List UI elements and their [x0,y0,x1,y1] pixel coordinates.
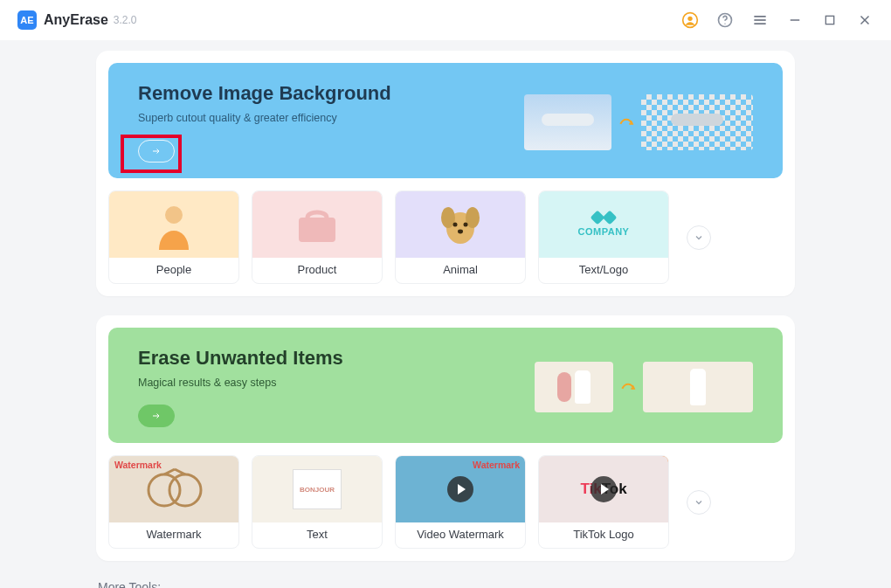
titlebar: AE AnyErase 3.2.0 [0,0,891,40]
svg-point-12 [165,206,183,224]
category-tiktok[interactable]: HOT! TikTok TikTok Logo [538,455,669,549]
erase-category-row: Watermark Watermark BONJOUR Text Waterma… [108,455,783,549]
svg-rect-8 [825,16,833,24]
erase-panel: Erase Unwanted Items Magical results & e… [96,315,795,561]
product-icon [252,191,382,258]
app-logo: AE [17,10,37,30]
category-text[interactable]: BONJOUR Text [252,455,383,549]
logo-icon: COMPANY [539,191,668,258]
banner-title: Remove Image Background [138,82,391,105]
svg-point-3 [724,24,725,24]
category-video-watermark[interactable]: Watermark Video Watermark [395,455,526,549]
app-name: AnyErase [44,12,108,28]
category-watermark[interactable]: Watermark Watermark [108,455,239,549]
remove-background-banner[interactable]: Remove Image Background Superb cutout qu… [108,63,783,178]
watermark-overlay-text: Watermark [114,460,162,470]
erase-go-button[interactable] [138,405,175,427]
banner-preview [535,347,753,427]
erase-banner[interactable]: Erase Unwanted Items Magical results & e… [108,328,783,443]
bg-category-row: People Product Animal COMPANY Text/Lo [108,190,783,284]
app-version: 3.2.0 [114,14,137,26]
tote-text: BONJOUR [293,469,342,509]
menu-icon[interactable] [751,11,769,29]
remove-background-panel: Remove Image Background Superb cutout qu… [96,51,795,296]
video-preview: Watermark [396,456,525,522]
banner-preview [524,82,753,163]
svg-line-23 [164,469,175,474]
svg-point-22 [169,474,201,506]
minimize-icon[interactable] [786,11,804,29]
account-icon[interactable] [681,11,699,29]
card-label: Watermark [109,522,238,548]
card-label: Video Watermark [396,522,525,548]
card-label: TikTok Logo [539,522,668,548]
svg-point-17 [453,223,458,227]
svg-point-19 [458,230,463,234]
watermark-overlay-text: Watermark [473,460,520,470]
animal-icon [396,191,525,258]
watermark-preview: Watermark [109,456,238,522]
svg-rect-13 [299,218,335,242]
tiktok-preview: TikTok [539,456,668,522]
bg-next-button[interactable] [687,225,711,250]
banner-title: Erase Unwanted Items [138,347,343,370]
svg-point-18 [464,223,468,227]
maximize-icon[interactable] [821,11,839,29]
category-animal[interactable]: Animal [395,190,526,284]
play-icon [447,476,473,502]
company-text: COMPANY [578,226,630,237]
card-label: Animal [396,258,525,283]
banner-subtitle: Magical results & easy steps [138,377,343,389]
category-people[interactable]: People [108,190,239,284]
svg-point-1 [687,17,692,21]
more-tools-heading: More Tools: [98,580,795,588]
help-icon[interactable] [716,11,734,29]
svg-line-24 [175,469,185,474]
play-icon [591,476,617,502]
category-product[interactable]: Product [252,190,383,284]
card-label: People [109,258,238,283]
text-preview: BONJOUR [252,456,382,522]
card-label: Product [252,258,382,283]
card-label: Text [252,522,382,548]
people-icon [109,191,238,258]
card-label: Text/Logo [539,258,668,283]
remove-bg-go-button[interactable] [138,140,175,163]
erase-next-button[interactable] [687,490,711,515]
category-text-logo[interactable]: COMPANY Text/Logo [538,190,669,284]
banner-subtitle: Superb cutout quality & greater efficien… [138,112,391,124]
close-icon[interactable] [856,11,874,29]
